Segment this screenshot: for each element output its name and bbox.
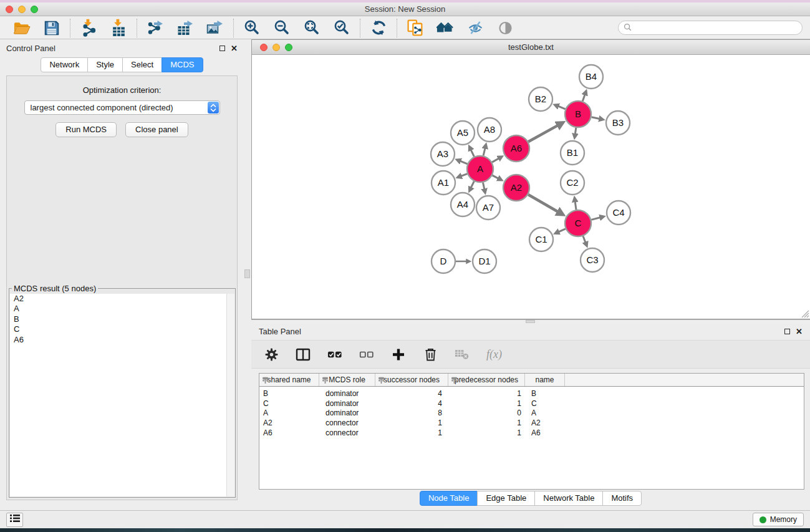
hide-selected-icon[interactable] xyxy=(466,19,484,37)
node-B[interactable]: B xyxy=(565,101,591,127)
criterion-select[interactable]: largest connected component (directed) xyxy=(24,100,220,115)
edge-C-C3[interactable] xyxy=(583,236,586,244)
result-item[interactable]: A6 xyxy=(10,335,234,345)
edge-A-A8[interactable] xyxy=(483,147,485,156)
node-B2[interactable]: B2 xyxy=(529,87,552,111)
float-table-panel-icon[interactable] xyxy=(784,329,790,334)
close-table-panel-icon[interactable]: ✕ xyxy=(796,327,803,336)
edge-B-B3[interactable] xyxy=(592,117,600,119)
node-D1[interactable]: D1 xyxy=(473,249,496,273)
memory-button[interactable]: Memory xyxy=(753,513,804,526)
mcds-result-list[interactable]: A2ABCA6 xyxy=(10,294,234,496)
resize-grip-icon[interactable] xyxy=(800,309,809,318)
node-A2[interactable]: A2 xyxy=(503,175,529,201)
zoom-selected-icon[interactable] xyxy=(333,19,350,37)
edge-A-A7[interactable] xyxy=(483,183,485,190)
table-row[interactable]: Adominator80A xyxy=(259,409,804,418)
tab-style[interactable]: Style xyxy=(87,57,123,72)
node-A5[interactable]: A5 xyxy=(451,121,475,145)
column-header-name[interactable]: name xyxy=(525,374,565,386)
node-C2[interactable]: C2 xyxy=(561,171,584,195)
edge-A-A3[interactable] xyxy=(460,161,468,164)
show-all-icon[interactable] xyxy=(496,19,514,37)
export-image-icon[interactable] xyxy=(206,19,224,37)
first-neighbors-icon[interactable] xyxy=(436,19,454,37)
edge-A-A5[interactable] xyxy=(471,149,475,157)
edge-A6-B[interactable] xyxy=(528,125,559,142)
vertical-splitter-handle[interactable] xyxy=(244,269,250,278)
edge-C-C4[interactable] xyxy=(591,217,601,220)
search-box[interactable] xyxy=(618,21,803,35)
node-C4[interactable]: C4 xyxy=(607,201,630,225)
result-list-scrollbar[interactable] xyxy=(226,294,234,496)
column-header-shared-name[interactable]: shared name xyxy=(259,374,319,386)
delete-columns-icon[interactable] xyxy=(423,347,438,362)
node-A3[interactable]: A3 xyxy=(431,142,455,166)
edge-C-C2[interactable] xyxy=(575,201,576,210)
settings-icon[interactable] xyxy=(264,347,279,362)
node-A4[interactable]: A4 xyxy=(451,193,475,216)
import-table-icon[interactable] xyxy=(110,19,127,37)
node-C1[interactable]: C1 xyxy=(529,228,553,251)
refresh-icon[interactable] xyxy=(370,19,387,37)
split-panel-icon[interactable] xyxy=(296,347,311,362)
result-item[interactable]: A2 xyxy=(10,294,234,304)
edge-A-A1[interactable] xyxy=(460,174,467,177)
table-row[interactable]: A2connector11A2 xyxy=(259,418,804,428)
node-A8[interactable]: A8 xyxy=(478,118,501,142)
node-A6[interactable]: A6 xyxy=(503,135,529,162)
node-D[interactable]: D xyxy=(432,249,455,273)
table-row[interactable]: A6connector11A6 xyxy=(259,428,804,438)
edge-B-B4[interactable] xyxy=(582,94,585,101)
search-input[interactable] xyxy=(635,23,797,33)
result-item[interactable]: C xyxy=(10,324,234,334)
result-item[interactable]: A xyxy=(10,304,234,314)
edge-A2-C[interactable] xyxy=(528,195,559,213)
node-A[interactable]: A xyxy=(467,156,493,182)
node-C[interactable]: C xyxy=(565,210,591,236)
open-icon[interactable] xyxy=(13,19,31,37)
network-canvas[interactable]: AA1A3A4A5A7A8A6A2BB1B2B3B4CC1C2C3C4DD1 xyxy=(252,56,810,319)
create-column-icon[interactable] xyxy=(391,347,406,362)
node-B1[interactable]: B1 xyxy=(561,141,584,165)
node-C3[interactable]: C3 xyxy=(581,248,604,272)
column-header-predecessor-nodes[interactable]: predecessor nodes xyxy=(448,374,525,386)
tab-select[interactable]: Select xyxy=(122,57,162,72)
edge-A-A4[interactable] xyxy=(471,181,475,189)
tab-network[interactable]: Network xyxy=(41,57,88,72)
close-panel-button[interactable]: Close panel xyxy=(125,122,188,137)
tab-motifs[interactable]: Motifs xyxy=(602,491,642,506)
import-network-icon[interactable] xyxy=(80,19,97,37)
node-B3[interactable]: B3 xyxy=(606,111,630,135)
column-header-MCDS-role[interactable]: MCDS role xyxy=(319,374,375,386)
export-table-icon[interactable] xyxy=(176,19,194,37)
node-A1[interactable]: A1 xyxy=(432,171,455,195)
edge-A-A6[interactable] xyxy=(492,158,499,162)
zoom-out-icon[interactable] xyxy=(273,19,291,37)
result-item[interactable]: B xyxy=(10,314,234,324)
vertical-splitter[interactable] xyxy=(244,39,251,510)
zoom-fit-icon[interactable] xyxy=(303,19,321,37)
network-window-titlebar[interactable]: testGlobe.txt xyxy=(252,40,810,55)
delete-table-icon[interactable] xyxy=(455,347,470,362)
run-mcds-button[interactable]: Run MCDS xyxy=(55,122,117,137)
task-history-button[interactable] xyxy=(6,513,23,527)
function-builder-icon[interactable]: f(x) xyxy=(486,348,502,361)
save-icon[interactable] xyxy=(43,19,60,37)
float-panel-icon[interactable] xyxy=(219,46,225,51)
close-panel-icon[interactable]: ✕ xyxy=(231,44,238,52)
tab-network-table[interactable]: Network Table xyxy=(534,491,603,506)
edge-B-B1[interactable] xyxy=(575,128,576,135)
new-network-from-selection-icon[interactable] xyxy=(407,19,424,37)
node-B4[interactable]: B4 xyxy=(579,65,603,89)
zoom-in-icon[interactable] xyxy=(243,19,261,37)
edge-A-A2[interactable] xyxy=(493,175,499,179)
column-header-successor-nodes[interactable]: successor nodes xyxy=(375,374,448,386)
tab-node-table[interactable]: Node Table xyxy=(420,491,478,506)
tab-edge-table[interactable]: Edge Table xyxy=(477,491,535,506)
app-titlebar[interactable]: Session: New Session xyxy=(0,2,810,16)
edge-B-B2[interactable] xyxy=(557,106,566,109)
node-A7[interactable]: A7 xyxy=(476,196,500,220)
tab-mcds[interactable]: MCDS xyxy=(162,57,203,72)
select-all-columns-icon[interactable] xyxy=(327,347,342,362)
